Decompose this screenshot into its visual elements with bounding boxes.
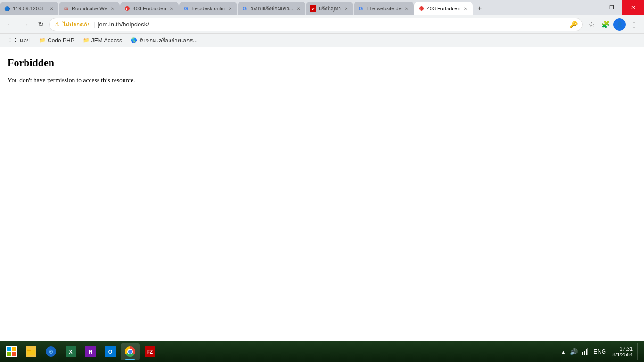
tab-1[interactable]: 🔵 119.59.120.3 - ✕ bbox=[0, 2, 58, 15]
taskbar-onenote[interactable]: N bbox=[81, 343, 100, 360]
bookmark-code-php[interactable]: 📁 Code PHP bbox=[35, 36, 78, 45]
svg-rect-13 bbox=[587, 348, 588, 355]
taskbar-chrome[interactable] bbox=[121, 343, 140, 360]
tab-5[interactable]: G ระบบแจ้งซ่อมเคร... ✕ bbox=[238, 2, 305, 15]
svg-rect-6 bbox=[27, 349, 30, 350]
excel-icon: X bbox=[66, 346, 76, 357]
tray-network-icon[interactable] bbox=[580, 343, 590, 360]
address-bar[interactable]: ⚠ ไม่ปลอดภัย | jem.in.th/helpdesk/ 🔑 bbox=[49, 18, 583, 31]
tab-4[interactable]: G helpdesk onlin ✕ bbox=[179, 2, 237, 15]
address-text: jem.in.th/helpdesk/ bbox=[98, 21, 567, 28]
language-indicator[interactable]: ENG bbox=[592, 348, 608, 355]
tab-close-8[interactable]: ✕ bbox=[462, 5, 469, 12]
tab-label-7: The website de bbox=[366, 6, 402, 11]
tab-favicon-7: G bbox=[357, 5, 364, 12]
tab-favicon-6: W bbox=[310, 5, 316, 12]
taskbar-filezilla[interactable]: FZ bbox=[140, 343, 159, 360]
tab-favicon-4: G bbox=[183, 5, 190, 12]
new-tab-button[interactable]: + bbox=[473, 2, 487, 15]
tab-close-4[interactable]: ✕ bbox=[227, 5, 233, 12]
forward-button[interactable]: → bbox=[19, 18, 32, 31]
tab-close-3[interactable]: ✕ bbox=[168, 5, 175, 12]
web-icon-1: 🌎 bbox=[131, 37, 137, 43]
win-sq-1 bbox=[7, 347, 11, 351]
tray-expand-button[interactable]: ▲ bbox=[560, 349, 567, 354]
close-button[interactable]: ✕ bbox=[622, 0, 644, 15]
tab-7[interactable]: G The website de ✕ bbox=[354, 2, 414, 15]
bookmarks-bar: ⋮⋮ แอป 📁 Code PHP 📁 JEM Access 🌎 รับซ่อม… bbox=[0, 34, 644, 47]
page-content: Forbidden You don't have permission to a… bbox=[0, 47, 644, 93]
title-bar: 🔵 119.59.120.3 - ✕ ✉ Roundcube We ✕ ! 40… bbox=[0, 0, 644, 15]
key-icon: 🔑 bbox=[570, 21, 578, 28]
tab-close-6[interactable]: ✕ bbox=[343, 5, 349, 12]
tab-close-1[interactable]: ✕ bbox=[48, 5, 55, 12]
svg-point-9 bbox=[50, 351, 52, 353]
system-tray: ▲ 🔊 ENG 17:31 8/1/2564 bbox=[558, 343, 642, 360]
bookmark-apps[interactable]: ⋮⋮ แอป bbox=[4, 35, 34, 46]
tab-label-5: ระบบแจ้งซ่อมเคร... bbox=[250, 4, 293, 13]
folder-icon-1: 📁 bbox=[39, 37, 46, 43]
bookmark-repair[interactable]: 🌎 รับซ่อมเครื่องถ่ายเอกส... bbox=[127, 35, 201, 46]
page-title: Forbidden bbox=[8, 57, 636, 69]
tab-favicon-8: ! bbox=[418, 5, 425, 12]
tab-close-7[interactable]: ✕ bbox=[404, 5, 410, 12]
tab-label-3: 403 Forbidden bbox=[133, 6, 166, 11]
tab-close-2[interactable]: ✕ bbox=[109, 5, 116, 12]
bookmark-star-button[interactable]: ☆ bbox=[585, 18, 598, 31]
tab-label-8: 403 Forbidden bbox=[427, 6, 461, 11]
maximize-button[interactable]: ❐ bbox=[601, 0, 622, 15]
start-button[interactable] bbox=[2, 343, 21, 360]
security-warning-text: ไม่ปลอดภัย bbox=[63, 20, 91, 29]
svg-rect-10 bbox=[582, 352, 583, 355]
reload-button[interactable]: ↻ bbox=[34, 18, 47, 31]
extensions-button[interactable]: 🧩 bbox=[599, 18, 612, 31]
taskbar-cortana[interactable] bbox=[41, 343, 60, 360]
tab-8[interactable]: ! 403 Forbidden ✕ bbox=[414, 2, 473, 15]
tabs-container: 🔵 119.59.120.3 - ✕ ✉ Roundcube We ✕ ! 40… bbox=[0, 0, 579, 15]
tab-favicon-3: ! bbox=[124, 5, 131, 12]
minimize-button[interactable]: — bbox=[579, 0, 601, 15]
cortana-icon bbox=[46, 346, 56, 357]
bookmark-jem-access[interactable]: 📁 JEM Access bbox=[79, 36, 126, 45]
taskbar: X N O FZ ▲ 🔊 ENG 17:31 8/1/2564 bbox=[0, 341, 644, 362]
clock[interactable]: 17:31 8/1/2564 bbox=[610, 343, 636, 360]
bookmark-repair-label: รับซ่อมเครื่องถ่ายเอกส... bbox=[139, 36, 198, 45]
menu-button[interactable]: ⋮ bbox=[627, 18, 640, 31]
svg-rect-12 bbox=[586, 349, 587, 355]
tab-label-1: 119.59.120.3 - bbox=[13, 6, 46, 11]
tab-label-2: Roundcube We bbox=[72, 6, 107, 11]
nav-right-buttons: ☆ 🧩 👤 ⋮ bbox=[585, 18, 640, 31]
svg-rect-11 bbox=[584, 351, 585, 355]
svg-text:!: ! bbox=[420, 7, 421, 11]
account-button[interactable]: 👤 bbox=[613, 18, 626, 31]
tab-2[interactable]: ✉ Roundcube We ✕ bbox=[59, 2, 120, 15]
clock-time: 17:31 bbox=[619, 346, 633, 352]
win-sq-2 bbox=[12, 347, 16, 351]
navigation-bar: ← → ↻ ⚠ ไม่ปลอดภัย | jem.in.th/helpdesk/… bbox=[0, 15, 644, 34]
tab-close-5[interactable]: ✕ bbox=[295, 5, 302, 12]
taskbar-excel[interactable]: X bbox=[61, 343, 80, 360]
clock-date: 8/1/2564 bbox=[612, 352, 633, 357]
taskbar-file-explorer[interactable] bbox=[22, 343, 41, 360]
bookmark-code-php-label: Code PHP bbox=[48, 37, 74, 44]
filezilla-icon: FZ bbox=[145, 346, 155, 357]
tab-6[interactable]: W แจ้งปัญหา ✕ bbox=[306, 2, 353, 15]
taskbar-outlook[interactable]: O bbox=[101, 343, 120, 360]
show-desktop-button[interactable] bbox=[637, 343, 640, 360]
avatar[interactable]: 👤 bbox=[613, 18, 626, 31]
svg-text:!: ! bbox=[126, 7, 127, 11]
tray-speaker-icon[interactable]: 🔊 bbox=[569, 343, 578, 360]
tab-3[interactable]: ! 403 Forbidden ✕ bbox=[120, 2, 179, 15]
tab-favicon-2: ✉ bbox=[63, 5, 69, 12]
page-body: You don't have permission to access this… bbox=[8, 76, 636, 84]
chrome-icon bbox=[125, 346, 135, 357]
win-sq-3 bbox=[7, 352, 11, 356]
onenote-icon: N bbox=[85, 346, 96, 357]
security-warning-icon: ⚠ bbox=[54, 21, 60, 28]
back-button[interactable]: ← bbox=[4, 18, 17, 31]
window-controls: — ❐ ✕ bbox=[579, 0, 644, 15]
bookmark-apps-label: แอป bbox=[20, 36, 31, 45]
tab-label-4: helpdesk onlin bbox=[192, 6, 225, 11]
address-separator: | bbox=[93, 21, 95, 28]
file-explorer-icon bbox=[26, 346, 36, 357]
